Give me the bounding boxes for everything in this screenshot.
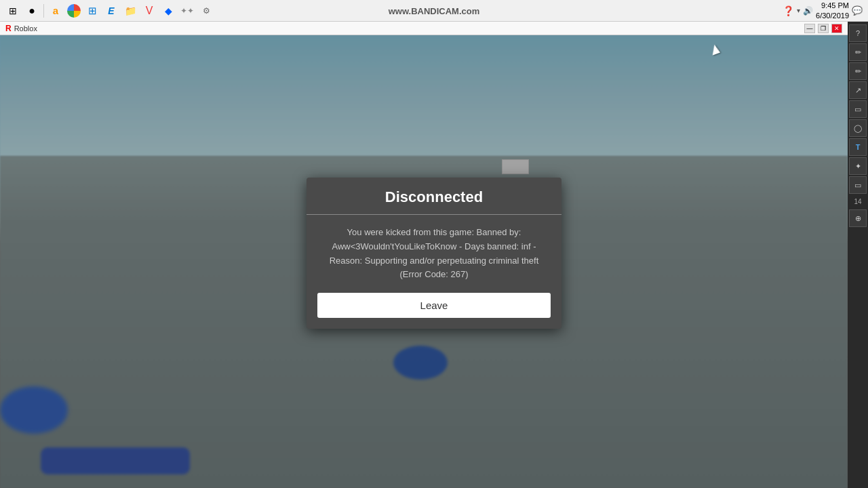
start-button[interactable]: ⊞ [5, 3, 20, 18]
chrome-icon[interactable] [67, 4, 81, 18]
toolbar-rect-button[interactable]: ▭ [849, 100, 867, 118]
windows-store-icon[interactable]: ⊞ [85, 3, 100, 18]
cortana-icon[interactable]: ● [24, 3, 39, 18]
vivaldi-icon[interactable]: V [142, 3, 157, 18]
dialog-title: Disconnected [307, 178, 561, 214]
leave-button[interactable]: Leave [317, 293, 551, 318]
toolbar-highlight-button[interactable]: ✏ [849, 62, 867, 80]
browser-controls: — ❐ ✕ [804, 24, 842, 33]
restore-button[interactable]: ❐ [818, 24, 829, 33]
system-tray: ❓ ▾ 🔊 9:45 PM 6/30/2019 💬 [783, 1, 868, 20]
dialog-body: You were kicked from this game: Banned b… [307, 226, 561, 293]
right-toolbar: ? ✏ ✏ ↗ ▭ ◯ T ✦ ▭ 14 ⊕ [848, 22, 868, 488]
toolbar-draw-button[interactable]: ✏ [849, 43, 867, 61]
toolbar-ellipse-button[interactable]: ◯ [849, 119, 867, 137]
extra-icon[interactable]: ✦✦ [180, 3, 195, 18]
close-button[interactable]: ✕ [831, 24, 842, 33]
edge-icon[interactable]: E [104, 3, 119, 18]
separator [43, 4, 44, 18]
toolbar-help-button[interactable]: ? [849, 24, 867, 42]
toolbar-number: 14 [854, 198, 861, 205]
notification-icon[interactable]: 💬 [852, 5, 863, 16]
toolbar-effect-button[interactable]: ✦ [849, 157, 867, 175]
bandicam-icon[interactable]: ⚙ [199, 3, 214, 18]
help-icon[interactable]: ❓ [783, 5, 794, 16]
dropbox-icon[interactable]: ◆ [161, 3, 176, 18]
dialog-divider [307, 214, 561, 215]
toolbar-crop-button[interactable]: ▭ [849, 176, 867, 194]
taskbar: ⊞ ● a ⊞ E 📁 V ◆ ✦✦ ⚙ www.BANDICAM.com ❓ … [0, 0, 868, 22]
tab-label: Roblox [14, 24, 37, 33]
amazon-icon[interactable]: a [48, 3, 63, 18]
clock: 9:45 PM 6/30/2019 [816, 1, 849, 20]
browser-tab[interactable]: R Roblox [5, 24, 37, 33]
taskbar-icons: ⊞ ● a ⊞ E 📁 V ◆ ✦✦ ⚙ [0, 3, 783, 18]
minimize-button[interactable]: — [804, 24, 815, 33]
disconnected-dialog: Disconnected You were kicked from this g… [307, 178, 561, 329]
toolbar-settings-button[interactable]: ⊕ [849, 209, 867, 227]
toolbar-arrow-button[interactable]: ↗ [849, 81, 867, 99]
toolbar-text-button[interactable]: T [849, 138, 867, 156]
roblox-favicon: R [5, 24, 12, 33]
chevron-icon[interactable]: ▾ [797, 7, 800, 14]
browser-chrome: R Roblox — ❐ ✕ [0, 22, 848, 35]
speaker-icon[interactable]: 🔊 [803, 6, 813, 16]
file-explorer-icon[interactable]: 📁 [123, 3, 138, 18]
